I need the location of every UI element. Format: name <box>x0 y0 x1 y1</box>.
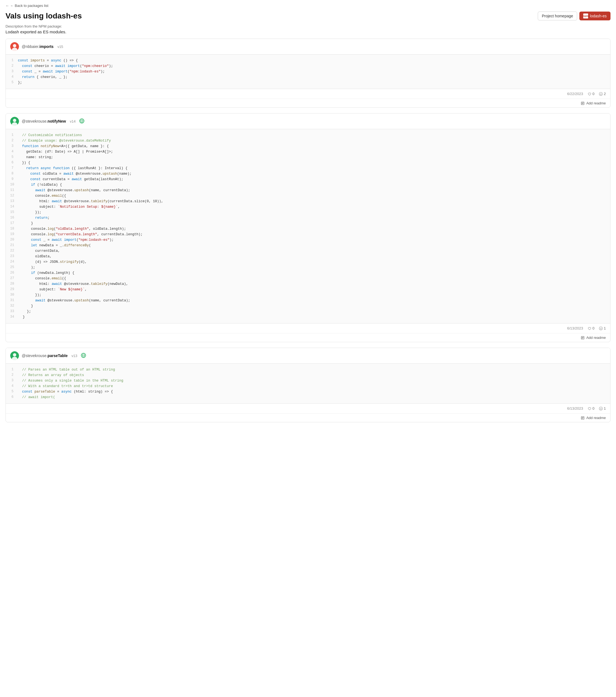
line-number: 21 <box>10 243 18 248</box>
code-line: 33 }; <box>6 309 610 314</box>
line-number: 29 <box>10 287 18 292</box>
val-card: @stevekrouse.parseTablev13 1 // Parses a… <box>5 348 611 422</box>
package-label: lodash-es <box>590 14 607 18</box>
package-icon: npm <box>583 14 588 18</box>
val-card-header: @nbbaier.importsv15 <box>6 39 610 54</box>
refs-count: 1 <box>604 326 606 330</box>
val-version: v14 <box>70 119 75 123</box>
line-number: 27 <box>10 276 18 281</box>
line-number: 23 <box>10 254 18 259</box>
code-line: 3 function notifyNew<A>({ getData, name … <box>6 144 610 149</box>
page-title: Vals using lodash-es <box>5 12 82 20</box>
line-content: }) { <box>18 160 30 166</box>
line-content: console.log("currentData.length", curren… <box>18 232 143 237</box>
line-content: }; <box>18 309 31 314</box>
svg-text:@: @ <box>600 93 602 95</box>
project-homepage-button[interactable]: Project homepage <box>538 12 577 20</box>
package-button[interactable]: npm lodash-es <box>580 12 611 20</box>
likes-count: 0 <box>592 326 595 330</box>
val-card-footer: 6/22/2023 0 @ 2 <box>6 89 610 99</box>
line-number: 1 <box>10 133 18 138</box>
svg-point-21 <box>13 353 16 356</box>
line-content: if (newData.length) { <box>18 270 74 276</box>
line-content: const oldData = await @stevekrouse.upsta… <box>18 171 132 177</box>
val-card-footer: 6/13/2023 0 @ 1 <box>6 403 610 413</box>
heart-icon <box>588 406 591 411</box>
line-number: 31 <box>10 298 18 303</box>
funcname: parseTable <box>48 354 68 358</box>
line-number: 20 <box>10 237 18 243</box>
code-line: 22 currentData, <box>6 248 610 254</box>
heart-icon <box>588 92 591 96</box>
code-line: 4 return { cheerio, _ }; <box>6 74 610 80</box>
add-readme-label: Add readme <box>586 101 606 105</box>
line-number: 32 <box>10 303 18 309</box>
code-line: 26 if (newData.length) { <box>6 270 610 276</box>
code-line: 5}; <box>6 80 610 85</box>
avatar <box>10 351 19 360</box>
val-likes: 0 <box>588 406 595 411</box>
code-line: 15 }); <box>6 210 610 215</box>
description-text: Lodash exported as ES modules. <box>5 29 611 34</box>
code-line: 30 }); <box>6 292 610 298</box>
line-number: 16 <box>10 215 18 221</box>
val-refs[interactable]: @ 2 <box>599 92 606 96</box>
line-content: // Parses an HTML table out of an HTML s… <box>18 367 115 372</box>
line-content: }; <box>18 80 22 85</box>
back-to-packages-link[interactable]: ← ← Back to packages list <box>5 4 48 8</box>
line-number: 15 <box>10 210 18 215</box>
line-content: subject: `New ${name}`, <box>18 287 87 292</box>
code-line: 7 return async function ({ lastRunAt }: … <box>6 166 610 171</box>
code-line: 1 // Parses an HTML table out of an HTML… <box>6 367 610 372</box>
code-line: 34 } <box>6 314 610 320</box>
refs-icon: @ <box>599 406 603 411</box>
val-name[interactable]: @stevekrouse.parseTable <box>22 354 68 358</box>
val-card: @stevekrouse.notifyNewv14 1 // Customiza… <box>5 113 611 342</box>
add-readme-bar[interactable]: Add readme <box>6 333 610 342</box>
line-number: 11 <box>10 188 18 193</box>
line-content: return { cheerio, _ }; <box>18 74 68 80</box>
line-content: html: await @stevekrouse.tableify(newDat… <box>18 281 128 287</box>
val-date: 6/13/2023 <box>567 326 583 330</box>
line-number: 17 <box>10 221 18 226</box>
line-number: 5 <box>10 80 18 85</box>
line-content: oldData, <box>18 254 52 259</box>
line-number: 5 <box>10 154 18 160</box>
readme-icon <box>581 336 585 340</box>
svg-point-1 <box>13 44 16 47</box>
line-number: 22 <box>10 248 18 254</box>
code-line: 6 // await import( <box>6 395 610 400</box>
val-card: @nbbaier.importsv151const imports = asyn… <box>5 39 611 108</box>
code-line: 24 (d) => JSON.stringify(d), <box>6 259 610 265</box>
code-line: 4 // With a standard tr>th and tr>td str… <box>6 384 610 389</box>
line-content: let newData = _.differenceBy( <box>18 243 91 248</box>
line-content: subject: `Notification Setup: ${name}`, <box>18 204 120 210</box>
code-block: 1 // Parses an HTML table out of an HTML… <box>6 364 610 403</box>
add-readme-bar[interactable]: Add readme <box>6 413 610 422</box>
code-line: 32 } <box>6 303 610 309</box>
val-refs[interactable]: @ 1 <box>599 326 606 330</box>
code-line: 2 const cheerio = await import("npm:chee… <box>6 63 610 69</box>
line-number: 19 <box>10 232 18 237</box>
heart-icon <box>588 326 591 330</box>
add-readme-bar[interactable]: Add readme <box>6 99 610 107</box>
val-version: v15 <box>57 45 63 49</box>
svg-text:@: @ <box>600 408 602 410</box>
code-line: 29 subject: `New ${name}`, <box>6 287 610 292</box>
code-block: 1const imports = async () => {2 const ch… <box>6 54 610 89</box>
line-number: 1 <box>10 58 18 63</box>
line-number: 28 <box>10 281 18 287</box>
val-name[interactable]: @nbbaier.imports <box>22 44 54 49</box>
val-name[interactable]: @stevekrouse.notifyNew <box>22 119 66 123</box>
code-line: 14 subject: `Notification Setup: ${name}… <box>6 204 610 210</box>
line-number: 8 <box>10 171 18 177</box>
line-content: return; <box>18 215 49 221</box>
line-number: 4 <box>10 74 18 80</box>
line-number: 2 <box>10 63 18 69</box>
code-line: 28 html: await @stevekrouse.tableify(new… <box>6 281 610 287</box>
val-refs[interactable]: @ 1 <box>599 406 606 411</box>
line-content: const currentData = await getData(lastRu… <box>18 177 123 182</box>
line-content: console.email({ <box>18 276 66 281</box>
code-line: 31 await @stevekrouse.upstash(name, curr… <box>6 298 610 303</box>
val-card-header: @stevekrouse.parseTablev13 <box>6 348 610 364</box>
